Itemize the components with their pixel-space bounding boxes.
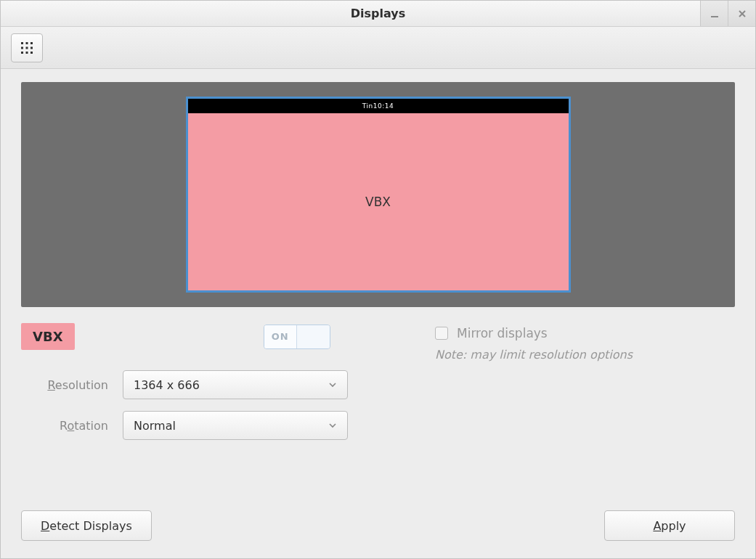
chevron-down-icon bbox=[328, 419, 337, 433]
monitor-topbar: Tin10:14 bbox=[188, 99, 569, 113]
rotation-row: Rotation Normal bbox=[21, 411, 384, 440]
monitor-preview[interactable]: Tin10:14 VBX bbox=[186, 97, 571, 293]
svg-rect-0 bbox=[711, 16, 718, 17]
detect-displays-button[interactable]: Detect Displays bbox=[21, 510, 152, 541]
display-badge: VBX bbox=[21, 323, 75, 350]
window-title: Displays bbox=[351, 7, 405, 20]
rotation-value: Normal bbox=[134, 419, 176, 433]
toggle-handle bbox=[297, 325, 330, 348]
mirror-displays-label: Mirror displays bbox=[457, 326, 548, 340]
resolution-row: Resolution 1364 x 666 bbox=[21, 370, 384, 399]
minimize-button[interactable] bbox=[700, 1, 728, 26]
all-settings-button[interactable] bbox=[11, 33, 43, 62]
grid-icon bbox=[20, 41, 33, 54]
resolution-value: 1364 x 666 bbox=[134, 378, 200, 392]
rotation-label: Rotation bbox=[21, 419, 123, 433]
left-column: VBX ON Resolution 1364 x 666 bbox=[21, 323, 384, 452]
rotation-select[interactable]: Normal bbox=[123, 411, 348, 440]
titlebar: Displays bbox=[1, 1, 755, 27]
svg-rect-4 bbox=[26, 42, 28, 44]
badge-row: VBX ON bbox=[21, 323, 384, 350]
svg-rect-3 bbox=[21, 42, 23, 44]
svg-rect-11 bbox=[31, 52, 33, 54]
resolution-label: Resolution bbox=[21, 378, 123, 392]
svg-rect-6 bbox=[21, 46, 23, 49]
displays-window: Displays Tin10:14 VBX bbox=[0, 0, 756, 559]
mirror-displays-checkbox[interactable] bbox=[435, 327, 448, 340]
svg-rect-10 bbox=[26, 52, 28, 54]
monitor-label: VBX bbox=[188, 113, 569, 290]
display-preview-area: Tin10:14 VBX bbox=[21, 82, 735, 307]
content-area: Tin10:14 VBX VBX ON Resolution bbox=[1, 69, 755, 558]
resolution-select[interactable]: 1364 x 666 bbox=[123, 370, 348, 399]
toggle-on-label: ON bbox=[264, 325, 298, 348]
chevron-down-icon bbox=[328, 378, 337, 392]
controls-row: VBX ON Resolution 1364 x 666 bbox=[21, 323, 735, 452]
svg-rect-5 bbox=[31, 42, 33, 44]
display-on-toggle[interactable]: ON bbox=[264, 325, 330, 349]
svg-rect-8 bbox=[31, 46, 33, 49]
toolbar bbox=[1, 27, 755, 69]
svg-rect-7 bbox=[26, 46, 28, 49]
window-controls bbox=[700, 1, 755, 26]
minimize-icon bbox=[710, 9, 720, 19]
mirror-note: Note: may limit resolution options bbox=[435, 348, 735, 362]
footer: Detect Displays Apply bbox=[21, 510, 735, 541]
svg-rect-9 bbox=[21, 52, 23, 54]
close-button[interactable] bbox=[728, 1, 755, 26]
right-column: Mirror displays Note: may limit resoluti… bbox=[406, 323, 735, 362]
apply-button[interactable]: Apply bbox=[604, 510, 735, 541]
mirror-displays-row: Mirror displays bbox=[435, 326, 735, 340]
close-icon bbox=[737, 9, 747, 19]
